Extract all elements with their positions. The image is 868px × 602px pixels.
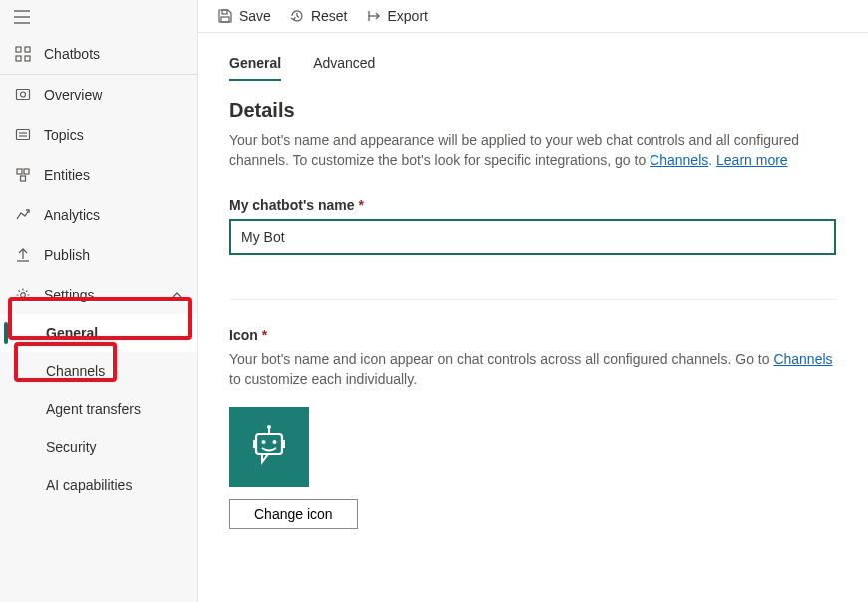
section-heading-details: Details: [229, 99, 836, 122]
sidebar-item-label: Settings: [44, 287, 171, 302]
sidebar-item-topics[interactable]: Topics: [0, 115, 197, 155]
sidebar-item-entities[interactable]: Entities: [0, 155, 197, 195]
svg-rect-5: [16, 56, 21, 61]
sidebar-subitem-label: General: [46, 325, 98, 341]
sidebar-item-label: Entities: [44, 167, 183, 183]
required-asterisk: *: [262, 327, 267, 343]
tab-general[interactable]: General: [229, 55, 281, 81]
sidebar-item-label: Analytics: [44, 207, 183, 223]
toolbar: Save Reset Export: [198, 0, 868, 33]
tab-list: General Advanced: [229, 55, 836, 81]
chatbot-name-input[interactable]: [229, 219, 836, 255]
sidebar-item-label: Topics: [44, 127, 183, 143]
overview-icon: [14, 86, 32, 104]
divider: [229, 299, 836, 300]
sidebar-subitem-label: Agent transfers: [46, 401, 141, 417]
grid-icon: [14, 45, 32, 63]
sidebar-item-analytics[interactable]: Analytics: [0, 195, 197, 235]
toolbar-btn-label: Reset: [311, 8, 348, 24]
svg-rect-18: [222, 10, 227, 14]
svg-rect-12: [17, 169, 22, 174]
svg-rect-14: [21, 176, 26, 181]
learn-more-link[interactable]: Learn more: [716, 152, 788, 168]
bot-icon: [246, 424, 292, 470]
details-description: Your bot's name and appearance will be a…: [229, 130, 836, 171]
svg-point-25: [267, 425, 271, 429]
sidebar-subitem-channels[interactable]: Channels: [0, 352, 197, 390]
svg-rect-4: [25, 47, 30, 52]
svg-rect-19: [221, 17, 229, 22]
sidebar-subitem-ai-capabilities[interactable]: AI capabilities: [0, 466, 197, 504]
svg-line-21: [297, 16, 299, 18]
sidebar-subitem-agent-transfers[interactable]: Agent transfers: [0, 390, 197, 428]
toolbar-btn-label: Save: [239, 8, 271, 24]
sidebar-item-label: Publish: [44, 247, 183, 263]
sidebar-subitem-label: Security: [46, 439, 97, 455]
channels-link[interactable]: Channels: [650, 152, 708, 168]
svg-rect-6: [25, 56, 30, 61]
sidebar-item-overview[interactable]: Overview: [0, 75, 197, 115]
tab-advanced[interactable]: Advanced: [313, 55, 375, 81]
svg-rect-3: [16, 47, 21, 52]
svg-point-28: [273, 440, 277, 444]
gear-icon: [14, 286, 32, 303]
sidebar-item-chatbots[interactable]: Chatbots: [0, 34, 197, 74]
chatbot-name-label: My chatbot's name *: [229, 197, 836, 213]
svg-point-17: [21, 293, 26, 298]
analytics-icon: [14, 206, 32, 224]
topics-icon: [14, 126, 32, 144]
sidebar-subitem-security[interactable]: Security: [0, 428, 197, 466]
bot-icon-preview: [229, 407, 309, 487]
sidebar-subitem-general[interactable]: General: [0, 314, 197, 352]
save-icon: [217, 8, 233, 24]
toolbar-btn-label: Export: [388, 8, 428, 24]
sidebar-item-publish[interactable]: Publish: [0, 235, 197, 275]
sidebar-item-label: Chatbots: [44, 46, 183, 62]
sidebar-item-label: Overview: [44, 87, 183, 103]
icon-label: Icon *: [229, 327, 836, 343]
hamburger-menu[interactable]: [0, 0, 197, 34]
export-icon: [366, 8, 382, 24]
svg-point-27: [262, 440, 266, 444]
entities-icon: [14, 166, 32, 184]
svg-rect-7: [17, 90, 30, 100]
hamburger-icon: [14, 10, 30, 24]
required-asterisk: *: [358, 197, 363, 213]
reset-button[interactable]: Reset: [289, 8, 348, 24]
chevron-up-icon: [171, 289, 183, 301]
sidebar-subitem-label: AI capabilities: [46, 477, 132, 493]
sidebar-subitem-label: Channels: [46, 363, 105, 379]
save-button[interactable]: Save: [217, 8, 271, 24]
svg-rect-9: [17, 130, 30, 140]
sidebar-item-settings[interactable]: Settings: [0, 275, 197, 314]
publish-icon: [14, 246, 32, 264]
reset-icon: [289, 8, 305, 24]
change-icon-button[interactable]: Change icon: [229, 499, 358, 529]
svg-point-8: [21, 92, 26, 97]
export-button[interactable]: Export: [366, 8, 428, 24]
svg-marker-31: [262, 454, 268, 462]
icon-description: Your bot's name and icon appear on chat …: [229, 349, 836, 390]
svg-rect-13: [24, 169, 29, 174]
channels-link[interactable]: Channels: [773, 351, 832, 367]
